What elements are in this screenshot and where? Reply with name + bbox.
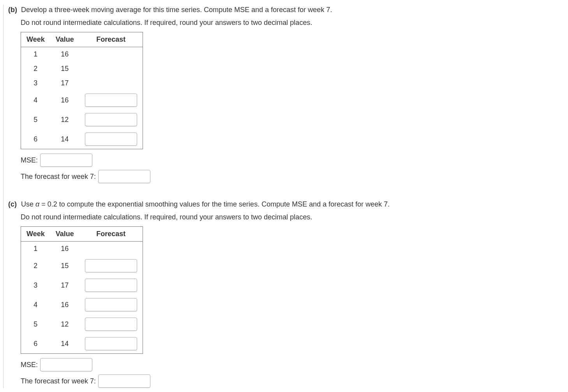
week-cell: 6 [21, 129, 50, 149]
part-c-followups: MSE: The forecast for week 7: [21, 358, 568, 388]
value-cell: 16 [50, 90, 79, 110]
mse-row-c: MSE: [21, 358, 568, 372]
question-container: (b) Develop a three-week moving average … [3, 5, 568, 388]
value-cell: 16 [50, 295, 79, 314]
table-c-head-row: Week Value Forecast [21, 227, 143, 242]
value-cell: 17 [50, 76, 79, 90]
value-cell: 16 [50, 47, 79, 62]
part-c: (c) Use α = 0.2 to compute the exponenti… [8, 199, 568, 388]
col-value-header-c: Value [50, 227, 79, 242]
value-cell: 15 [50, 256, 79, 275]
forecast-cell [79, 129, 143, 149]
part-b-subprompt: Do not round intermediate calculations. … [21, 18, 568, 28]
week-cell: 3 [21, 275, 50, 295]
week-cell: 3 [21, 76, 50, 90]
forecast-input-c-w6[interactable] [85, 337, 137, 350]
part-b-label: (b) [8, 5, 19, 15]
col-week-header-c: Week [21, 227, 50, 242]
part-c-prompt-line1: (c) Use α = 0.2 to compute the exponenti… [8, 199, 568, 210]
forecast-cell [79, 256, 143, 275]
forecast-cell [79, 47, 143, 62]
forecast-input-c-w4[interactable] [85, 298, 137, 311]
table-row: 416 [21, 295, 143, 314]
table-b-head-row: Week Value Forecast [21, 32, 143, 47]
forecast7-label-c: The forecast for week 7: [21, 374, 96, 388]
part-c-prompt-prefix: Use [21, 200, 35, 208]
forecast7-input-c[interactable] [98, 374, 150, 388]
forecast-cell [79, 242, 143, 256]
forecast-cell [79, 90, 143, 110]
table-row: 215 [21, 256, 143, 275]
forecast7-row-c: The forecast for week 7: [21, 374, 568, 388]
part-b-prompt-line1: (b) Develop a three-week moving average … [8, 5, 568, 15]
part-b-prompt: Develop a three-week moving average for … [21, 6, 332, 14]
forecast7-row-b: The forecast for week 7: [21, 170, 568, 184]
forecast7-input-b[interactable] [98, 170, 150, 183]
part-c-label: (c) [8, 199, 19, 210]
mse-label-b: MSE: [21, 153, 38, 167]
week-cell: 4 [21, 90, 50, 110]
forecast-cell [79, 334, 143, 354]
value-cell: 15 [50, 62, 79, 76]
table-row: 215 [21, 62, 143, 76]
mse-input-c[interactable] [40, 358, 92, 371]
week-cell: 1 [21, 47, 50, 62]
value-cell: 16 [50, 242, 79, 256]
col-forecast-header: Forecast [79, 32, 143, 47]
alpha-var: α [35, 200, 39, 208]
forecast-cell [79, 314, 143, 334]
forecast7-label-b: The forecast for week 7: [21, 170, 96, 184]
week-cell: 6 [21, 334, 50, 354]
table-row: 116 [21, 242, 143, 256]
value-cell: 17 [50, 275, 79, 295]
table-row: 614 [21, 334, 143, 354]
table-row: 512 [21, 110, 143, 129]
week-cell: 2 [21, 62, 50, 76]
col-forecast-header-c: Forecast [79, 227, 143, 242]
mse-label-c: MSE: [21, 358, 38, 372]
week-cell: 5 [21, 314, 50, 334]
table-b: Week Value Forecast 116215317416512614 [21, 32, 143, 149]
forecast-input-b-w6[interactable] [85, 132, 137, 146]
value-cell: 14 [50, 334, 79, 354]
forecast-cell [79, 295, 143, 314]
forecast-cell [79, 275, 143, 295]
mse-input-b[interactable] [40, 154, 92, 167]
forecast-input-c-w2[interactable] [85, 259, 137, 272]
table-c: Week Value Forecast 116215317416512614 [21, 226, 143, 354]
part-c-prompt-suffix: to compute the exponential smoothing val… [57, 200, 390, 208]
table-row: 317 [21, 275, 143, 295]
part-b: (b) Develop a three-week moving average … [8, 5, 568, 184]
forecast-cell [79, 110, 143, 129]
forecast-input-b-w4[interactable] [85, 94, 137, 107]
week-cell: 5 [21, 110, 50, 129]
week-cell: 4 [21, 295, 50, 314]
col-value-header: Value [50, 32, 79, 47]
table-row: 416 [21, 90, 143, 110]
forecast-cell [79, 76, 143, 90]
part-b-followups: MSE: The forecast for week 7: [21, 153, 568, 184]
table-row: 614 [21, 129, 143, 149]
forecast-input-c-w3[interactable] [85, 279, 137, 292]
part-c-subprompt: Do not round intermediate calculations. … [21, 212, 568, 222]
table-row: 317 [21, 76, 143, 90]
forecast-cell [79, 62, 143, 76]
value-cell: 12 [50, 110, 79, 129]
mse-row-b: MSE: [21, 153, 568, 167]
week-cell: 2 [21, 256, 50, 275]
table-row: 512 [21, 314, 143, 334]
col-week-header: Week [21, 32, 50, 47]
table-row: 116 [21, 47, 143, 62]
value-cell: 14 [50, 129, 79, 149]
forecast-input-b-w5[interactable] [85, 113, 137, 126]
week-cell: 1 [21, 242, 50, 256]
alpha-eq: = 0.2 [39, 200, 57, 208]
forecast-input-c-w5[interactable] [85, 318, 137, 331]
value-cell: 12 [50, 314, 79, 334]
